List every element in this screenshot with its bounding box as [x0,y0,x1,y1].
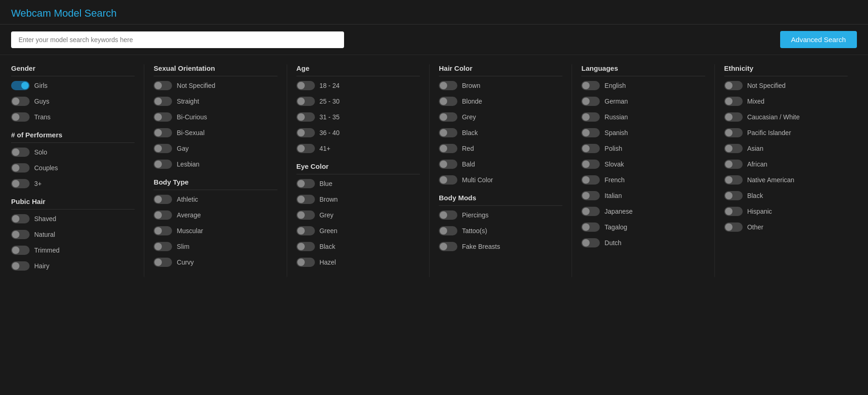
ethnicity-item-8[interactable]: Hispanic [724,207,848,216]
ethnicity-item-1[interactable]: Mixed [724,97,848,106]
performers-toggle-2[interactable] [11,179,30,188]
pubic-hair-item-1[interactable]: Natural [11,230,135,239]
hair-color-item-1[interactable]: Blonde [439,97,562,106]
gender-toggle-1[interactable] [11,97,30,106]
age-toggle-4[interactable] [296,144,315,153]
ethnicity-toggle-9[interactable] [724,222,743,232]
performers-item-0[interactable]: Solo [11,148,135,157]
body-type-item-0[interactable]: Athletic [154,195,277,204]
languages-item-2[interactable]: Russian [581,112,705,122]
pubic-hair-item-0[interactable]: Shaved [11,214,135,223]
pubic-hair-toggle-3[interactable] [11,261,30,271]
performers-toggle-1[interactable] [11,163,30,173]
hair-color-item-6[interactable]: Multi Color [439,175,562,185]
languages-toggle-7[interactable] [581,191,600,200]
hair-color-toggle-6[interactable] [439,175,457,185]
orientation-toggle-0[interactable] [154,81,172,90]
languages-toggle-4[interactable] [581,144,600,153]
body-mods-toggle-1[interactable] [439,226,457,235]
body-mods-item-0[interactable]: Piercings [439,210,562,220]
gender-toggle-2[interactable] [11,112,30,122]
orientation-item-0[interactable]: Not Specified [154,81,277,90]
languages-toggle-3[interactable] [581,128,600,137]
gender-toggle-0[interactable] [11,81,30,90]
languages-toggle-10[interactable] [581,238,600,247]
ethnicity-toggle-7[interactable] [724,191,743,200]
languages-toggle-0[interactable] [581,81,600,90]
languages-item-0[interactable]: English [581,81,705,90]
languages-toggle-8[interactable] [581,207,600,216]
hair-color-item-4[interactable]: Red [439,144,562,153]
age-item-1[interactable]: 25 - 30 [296,97,420,106]
eye-color-item-3[interactable]: Green [296,226,420,235]
ethnicity-toggle-0[interactable] [724,81,743,90]
body-mods-toggle-0[interactable] [439,210,457,220]
ethnicity-toggle-1[interactable] [724,97,743,106]
orientation-item-1[interactable]: Straight [154,97,277,106]
ethnicity-toggle-5[interactable] [724,160,743,169]
body-type-item-1[interactable]: Average [154,210,277,220]
body-type-item-2[interactable]: Muscular [154,226,277,235]
pubic-hair-item-2[interactable]: Trimmed [11,246,135,255]
ethnicity-item-7[interactable]: Black [724,191,848,200]
ethnicity-item-4[interactable]: Asian [724,144,848,153]
ethnicity-toggle-8[interactable] [724,207,743,216]
orientation-item-4[interactable]: Gay [154,144,277,153]
hair-color-item-5[interactable]: Bald [439,160,562,169]
languages-item-5[interactable]: Slovak [581,160,705,169]
advanced-search-button[interactable]: Advanced Search [780,31,857,48]
languages-item-10[interactable]: Dutch [581,238,705,247]
hair-color-item-2[interactable]: Grey [439,112,562,122]
languages-item-4[interactable]: Polish [581,144,705,153]
body-type-toggle-1[interactable] [154,210,172,220]
languages-toggle-9[interactable] [581,222,600,232]
hair-color-item-0[interactable]: Brown [439,81,562,90]
eye-color-toggle-5[interactable] [296,258,315,267]
languages-item-8[interactable]: Japanese [581,207,705,216]
gender-item-2[interactable]: Trans [11,112,135,122]
eye-color-item-0[interactable]: Blue [296,179,420,188]
hair-color-toggle-0[interactable] [439,81,457,90]
body-type-item-4[interactable]: Curvy [154,258,277,267]
orientation-toggle-2[interactable] [154,112,172,122]
body-mods-toggle-2[interactable] [439,242,457,251]
performers-item-1[interactable]: Couples [11,163,135,173]
orientation-toggle-4[interactable] [154,144,172,153]
ethnicity-item-3[interactable]: Pacific Islander [724,128,848,137]
eye-color-item-2[interactable]: Grey [296,210,420,220]
age-item-2[interactable]: 31 - 35 [296,112,420,122]
search-input[interactable] [11,31,344,48]
hair-color-toggle-3[interactable] [439,128,457,137]
eye-color-toggle-1[interactable] [296,195,315,204]
pubic-hair-toggle-0[interactable] [11,214,30,223]
languages-item-3[interactable]: Spanish [581,128,705,137]
age-item-3[interactable]: 36 - 40 [296,128,420,137]
ethnicity-item-6[interactable]: Native American [724,175,848,185]
hair-color-item-3[interactable]: Black [439,128,562,137]
body-type-toggle-3[interactable] [154,242,172,251]
eye-color-toggle-2[interactable] [296,210,315,220]
body-type-toggle-2[interactable] [154,226,172,235]
hair-color-toggle-4[interactable] [439,144,457,153]
languages-toggle-2[interactable] [581,112,600,122]
ethnicity-toggle-2[interactable] [724,112,743,122]
body-type-toggle-4[interactable] [154,258,172,267]
languages-toggle-1[interactable] [581,97,600,106]
ethnicity-toggle-3[interactable] [724,128,743,137]
orientation-item-3[interactable]: Bi-Sexual [154,128,277,137]
eye-color-toggle-4[interactable] [296,242,315,251]
languages-item-6[interactable]: French [581,175,705,185]
age-toggle-0[interactable] [296,81,315,90]
age-item-0[interactable]: 18 - 24 [296,81,420,90]
eye-color-item-4[interactable]: Black [296,242,420,251]
ethnicity-toggle-4[interactable] [724,144,743,153]
gender-item-0[interactable]: Girls [11,81,135,90]
hair-color-toggle-2[interactable] [439,112,457,122]
performers-item-2[interactable]: 3+ [11,179,135,188]
pubic-hair-item-3[interactable]: Hairy [11,261,135,271]
eye-color-toggle-3[interactable] [296,226,315,235]
age-toggle-1[interactable] [296,97,315,106]
body-mods-item-1[interactable]: Tattoo(s) [439,226,562,235]
eye-color-item-1[interactable]: Brown [296,195,420,204]
eye-color-toggle-0[interactable] [296,179,315,188]
